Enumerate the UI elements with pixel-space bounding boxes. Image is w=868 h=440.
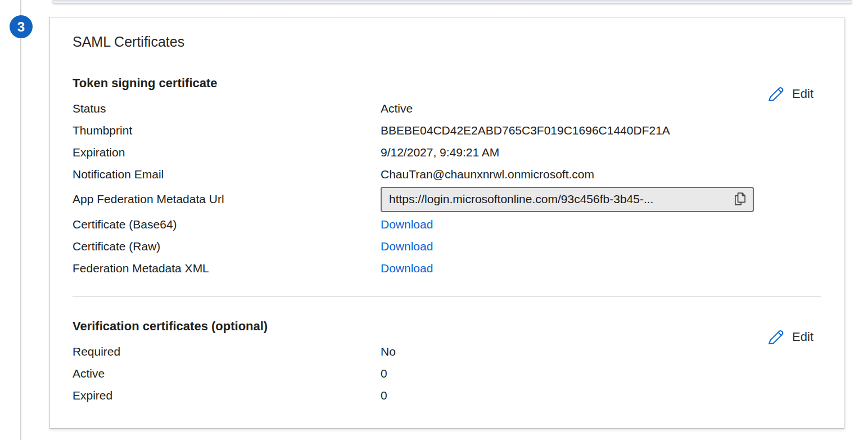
expired-count-value: 0 — [381, 389, 387, 402]
pencil-icon — [767, 85, 785, 103]
row-label: Thumbprint — [73, 124, 381, 137]
expiration-value: 9/12/2027, 9:49:21 AM — [381, 146, 499, 159]
row-label: Expired — [73, 389, 381, 402]
step-3-badge: 3 — [10, 15, 33, 38]
verification-certificates-heading: Verification certificates (optional) — [73, 318, 821, 335]
saml-certificates-card: SAML Certificates Token signing certific… — [49, 17, 844, 429]
row-label: Certificate (Base64) — [73, 218, 381, 231]
copy-button[interactable] — [733, 191, 748, 207]
pencil-icon — [767, 328, 785, 346]
card-title: SAML Certificates — [73, 33, 821, 50]
token-signing-certificate-heading: Token signing certificate — [73, 75, 821, 92]
section-divider — [73, 297, 821, 297]
copy-icon — [733, 191, 748, 206]
row-expired-count: Expired 0 — [73, 384, 821, 406]
edit-verification-certificates-button[interactable]: Edit — [767, 328, 813, 346]
row-label: Status — [73, 102, 381, 115]
row-thumbprint: Thumbprint BBEBE04CD42E2ABD765C3F019C169… — [73, 119, 821, 141]
row-label: Active — [73, 367, 381, 380]
row-label: Expiration — [73, 146, 381, 159]
row-label: App Federation Metadata Url — [73, 192, 381, 206]
app-federation-metadata-url-value: https://login.microsoftonline.com/93c456… — [389, 192, 729, 206]
download-certificate-raw-link[interactable]: Download — [381, 240, 433, 253]
previous-card-bottom-edge — [52, 0, 852, 3]
verification-certificates-section: Verification certificates (optional) Edi… — [73, 318, 821, 406]
row-required: Required No — [73, 340, 821, 362]
row-expiration: Expiration 9/12/2027, 9:49:21 AM — [73, 141, 821, 163]
app-federation-metadata-url-field[interactable]: https://login.microsoftonline.com/93c456… — [381, 187, 754, 212]
row-certificate-raw: Certificate (Raw) Download — [73, 235, 821, 257]
edit-label: Edit — [792, 330, 813, 344]
row-federation-metadata-xml: Federation Metadata XML Download — [73, 257, 821, 279]
edit-token-signing-certificate-button[interactable]: Edit — [767, 85, 813, 103]
status-value: Active — [381, 102, 413, 115]
row-certificate-base64: Certificate (Base64) Download — [73, 213, 821, 235]
row-label: Federation Metadata XML — [73, 262, 381, 275]
row-label: Notification Email — [73, 168, 381, 181]
row-label: Required — [73, 345, 381, 358]
active-count-value: 0 — [381, 367, 387, 380]
row-status: Status Active — [73, 97, 821, 119]
step-timeline-connector — [20, 0, 21, 440]
row-app-federation-metadata-url: App Federation Metadata Url https://logi… — [73, 185, 821, 213]
edit-label: Edit — [792, 87, 813, 101]
thumbprint-value: BBEBE04CD42E2ABD765C3F019C1696C1440DF21A — [381, 124, 670, 137]
download-certificate-base64-link[interactable]: Download — [381, 218, 433, 231]
row-label: Certificate (Raw) — [73, 240, 381, 253]
required-value: No — [381, 345, 396, 358]
download-federation-metadata-xml-link[interactable]: Download — [381, 262, 433, 275]
token-signing-certificate-section: Token signing certificate Edit Status Ac… — [73, 75, 821, 279]
row-active-count: Active 0 — [73, 362, 821, 384]
row-notification-email: Notification Email ChauTran@chaunxnrwl.o… — [73, 163, 821, 185]
notification-email-value: ChauTran@chaunxnrwl.onmicrosoft.com — [381, 168, 594, 181]
